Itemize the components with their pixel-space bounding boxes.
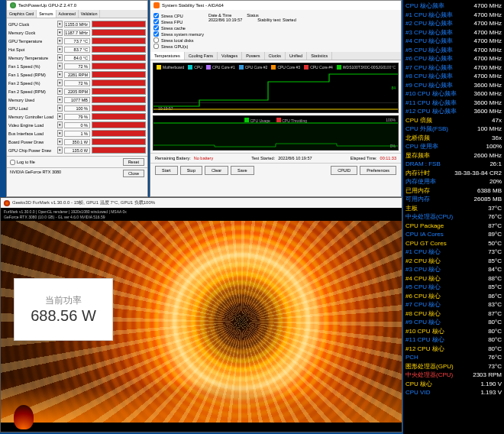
gpuz-sensor-label: Hot Spot [8, 47, 56, 52]
dropdown-icon[interactable]: ▾ [57, 54, 63, 61]
aida-start-button[interactable]: Start [155, 166, 178, 175]
dropdown-icon[interactable]: ▾ [57, 138, 63, 145]
hw-readout-row: CPU 核心频率4700 MHz [405, 2, 502, 11]
hw-value: 85°C [488, 283, 502, 292]
hw-label: #5 CPU 核心 [405, 283, 441, 292]
hw-value: 38-38-38-84 CR2 [454, 169, 502, 178]
hw-label: 中央处理器(CPU) [405, 371, 453, 380]
gpuz-log-to-file[interactable]: Log to file [10, 160, 35, 165]
aida-cpu-usage-graph[interactable]: CPU Usage CPU Throttling 100% 0% [153, 115, 399, 151]
hw-value: 4700 MHz [474, 11, 502, 20]
hw-value: 3600 MHz [474, 99, 502, 108]
checkbox[interactable] [153, 25, 159, 31]
gpuz-sensor-row: Memory Used▾1077 MB [8, 96, 146, 104]
dropdown-icon[interactable]: ▾ [57, 130, 63, 137]
gpuz-sensor-bar [92, 130, 146, 137]
aida-tab-unified[interactable]: Unified [286, 52, 307, 60]
gpuz-log-checkbox[interactable] [10, 160, 15, 165]
dropdown-icon[interactable]: ▾ [57, 147, 63, 154]
aida-buttons: StartStopClearSaveCPUIDPreferences [150, 163, 401, 177]
gpuz-sensor-value: 1 % [64, 131, 90, 137]
hw-label: #12 CPU 核心 [405, 345, 444, 354]
aida-check-stress-local-disks[interactable]: Stress local disks [153, 37, 204, 43]
gpuz-close-button[interactable]: Close [123, 170, 144, 177]
gpuz-reset-button[interactable]: Reset [123, 158, 144, 166]
hw-label: 中央处理器(CPU) [405, 212, 453, 222]
aida-tab-temperatures[interactable]: Temperatures [150, 52, 185, 60]
hw-value: 85°C [488, 257, 502, 266]
aida-tab-clocks[interactable]: Clocks [265, 52, 286, 60]
hw-value: 100% [486, 142, 502, 151]
hw-readout-row: CPU 核心1.190 V [405, 380, 502, 389]
aida-cpuid-button[interactable]: CPUID [331, 166, 357, 175]
aida-check-stress-system-memory[interactable]: Stress system memory [153, 31, 204, 37]
aida-preferences-button[interactable]: Preferences [360, 166, 396, 175]
dropdown-icon[interactable]: ▾ [57, 96, 63, 103]
dropdown-icon[interactable]: ▾ [57, 105, 63, 112]
checkbox[interactable] [153, 31, 159, 37]
checkbox[interactable] [153, 44, 159, 49]
checkbox[interactable] [153, 19, 159, 24]
gpuz-sensor-bar [92, 37, 146, 44]
aida-logo-icon [153, 2, 160, 8]
gpuz-tab-validation[interactable]: Validation [79, 10, 101, 18]
aida-clear-button[interactable]: Clear [205, 166, 228, 175]
aida-titlebar[interactable]: System Stability Test - AIDA64 [150, 1, 401, 10]
gpuz-tab-sensors[interactable]: Sensors [37, 10, 56, 18]
dropdown-icon[interactable]: ▾ [57, 88, 63, 95]
hw-value: 50°C [488, 239, 502, 248]
hw-label: #12 CPU 核心频率 [405, 107, 457, 116]
dropdown-icon[interactable]: ▾ [57, 121, 63, 128]
gpuz-sensor-row: Memory Controller Load▾79 % [8, 112, 146, 121]
hw-label: 已用内存 [405, 186, 430, 196]
dropdown-icon[interactable]: ▾ [57, 37, 63, 44]
checkbox[interactable] [153, 37, 159, 43]
hw-value: 4700 MHz [474, 72, 502, 81]
aida-check-stress-fpu[interactable]: Stress FPU [153, 19, 204, 24]
aida-save-button[interactable]: Save [231, 166, 254, 175]
checkbox[interactable] [153, 13, 159, 18]
furmark-titlebar[interactable]: Geeks3D FurMark v1.30.0.0 - 15帧, GPU1 温度… [1, 198, 402, 208]
hw-value: 76°C [488, 353, 502, 362]
hw-value: 89°C [488, 230, 502, 239]
hw-readout-row: 内存计时38-38-38-84 CR2 [405, 169, 502, 178]
dropdown-icon[interactable]: ▾ [57, 79, 63, 86]
aida-tab-statistics[interactable]: Statistics [307, 52, 332, 60]
aida-tab-powers[interactable]: Powers [242, 52, 264, 60]
gpuz-sensor-row: GPU Load▾100 % [8, 104, 146, 112]
aida-temp-graph[interactable]: MotherboardCPUCPU Core #1CPU Core #2CPU … [153, 63, 399, 113]
gpuz-sensor-label: GPU Chip Power Draw [8, 148, 56, 153]
aida-dt-value: 2022/8/6 10:19:57 [208, 18, 242, 22]
dropdown-icon[interactable]: ▾ [57, 63, 63, 70]
hw-value: 4700 MHz [474, 28, 502, 37]
gpuz-tab-advanced[interactable]: Advanced [57, 10, 79, 18]
power-value: 688.56 W [31, 307, 96, 325]
hw-label: CPU 核心 [405, 380, 432, 389]
hw-readout-row: CPU VID1.193 V [405, 388, 502, 397]
hw-label: #10 CPU 核心频率 [405, 89, 457, 99]
dropdown-icon[interactable]: ▾ [57, 113, 63, 120]
hw-readout-row: 中央处理器(CPU)76°C [405, 212, 502, 222]
hw-readout-row: CPU 外频(FSB)100 MHz [405, 125, 502, 134]
aida-tab-cooling-fans[interactable]: Cooling Fans [185, 52, 218, 60]
hw-readout-row: #4 CPU 核心88°C [405, 274, 502, 283]
hw-value: 3600 MHz [474, 81, 502, 90]
aida-check-stress-gpu(s)[interactable]: Stress GPU(s) [153, 44, 204, 49]
dropdown-icon[interactable]: ▾ [57, 71, 63, 78]
gpuz-sensor-row: GPU Chip Power Draw▾135.0 W [8, 146, 146, 154]
gpuz-tab-graphics-card[interactable]: Graphics Card [7, 10, 37, 18]
aida-check-stress-cpu[interactable]: Stress CPU [153, 13, 204, 18]
aida-check-stress-cache[interactable]: Stress cache [153, 25, 204, 31]
power-label: 当前功率 [45, 294, 82, 307]
furmark-sub2: GeForce RTX 3080 (10.0 GB) - GL ver 4.6.… [4, 215, 399, 220]
gpuz-titlebar[interactable]: TechPowerUp GPU-Z 2.47.0 [7, 1, 147, 10]
gpuz-sensor-value: 73.7 °C [64, 38, 90, 44]
aida-tab-voltages[interactable]: Voltages [218, 52, 242, 60]
gpuz-sensor-value: 84.0 °C [64, 55, 90, 61]
hw-label: CPU IA Cores [405, 230, 444, 239]
aida-stop-button[interactable]: Stop [180, 166, 202, 175]
dropdown-icon[interactable]: ▾ [57, 29, 63, 36]
dropdown-icon[interactable]: ▾ [57, 46, 63, 53]
dropdown-icon[interactable]: ▾ [57, 21, 63, 28]
hw-label: 内存计时 [405, 169, 430, 178]
